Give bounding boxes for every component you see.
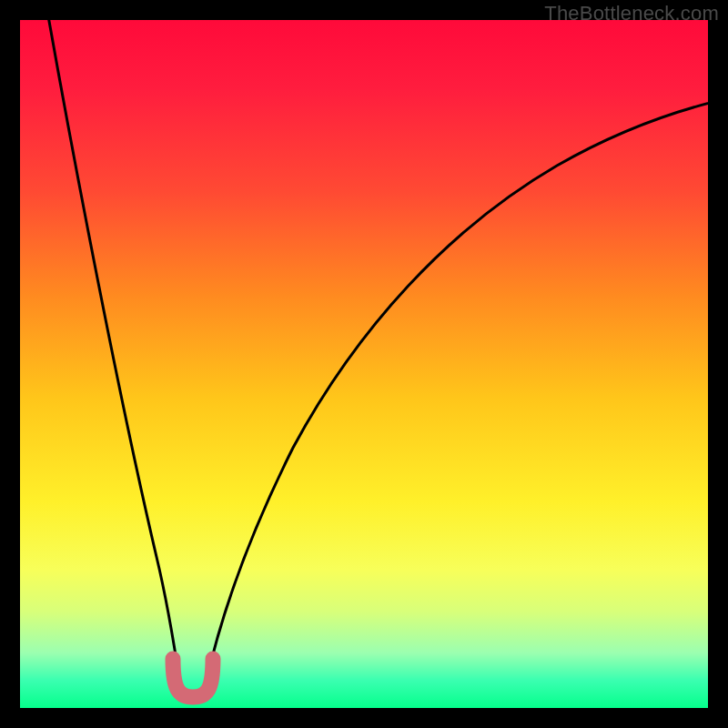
outer-frame: TheBottleneck.com [0, 0, 728, 728]
chart-svg [20, 20, 708, 708]
watermark-text: TheBottleneck.com [544, 2, 719, 25]
curve-right-branch [206, 100, 708, 684]
plot-area [20, 20, 708, 708]
pink-u-marker [173, 659, 213, 697]
curve-left-branch [47, 20, 180, 684]
